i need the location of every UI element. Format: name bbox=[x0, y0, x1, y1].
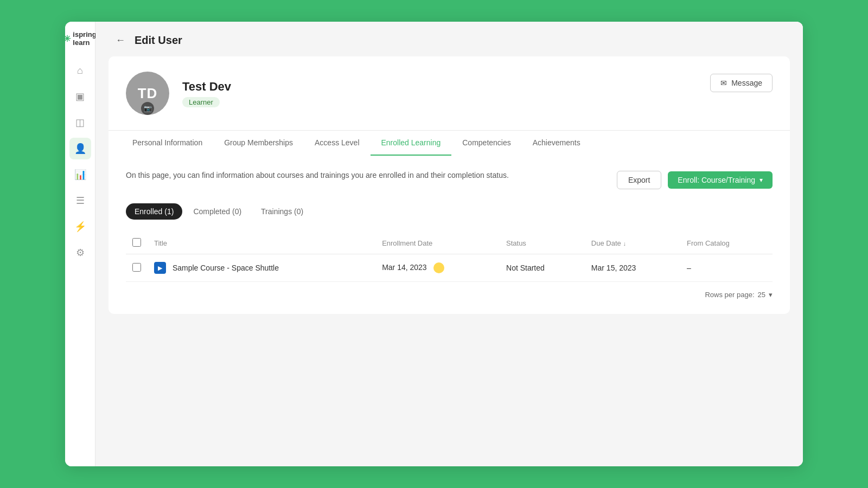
table-row: ▶ Sample Course - Space Shuttle Mar 14, … bbox=[126, 254, 773, 282]
user-role-badge: Learner bbox=[182, 97, 220, 107]
calendar-icon: ◫ bbox=[75, 117, 85, 129]
row-status-cell: Not Started bbox=[500, 254, 585, 282]
sidebar-item-reports[interactable]: 📊 bbox=[69, 164, 91, 185]
col-status: Status bbox=[500, 233, 585, 254]
row-title-cell: ▶ Sample Course - Space Shuttle bbox=[148, 254, 375, 282]
sub-tab-completed[interactable]: Completed (0) bbox=[184, 203, 250, 220]
rows-per-page-label: Rows per page: bbox=[705, 291, 754, 299]
tab-group-memberships[interactable]: Group Memberships bbox=[213, 131, 304, 156]
tasks-icon: ☰ bbox=[76, 195, 85, 207]
tabs-bar: Personal Information Group Memberships A… bbox=[108, 130, 790, 156]
avatar-container: TD 📷 bbox=[126, 72, 169, 115]
row-enrollment-date-cell: Mar 14, 2023 bbox=[375, 254, 500, 282]
table-body: ▶ Sample Course - Space Shuttle Mar 14, … bbox=[126, 254, 773, 282]
row-checkbox-cell bbox=[126, 254, 148, 282]
reports-icon: 📊 bbox=[74, 169, 86, 181]
export-button[interactable]: Export bbox=[617, 171, 661, 189]
enroll-button-label: Enroll: Course/Training bbox=[678, 176, 755, 184]
back-button[interactable]: ← bbox=[113, 33, 128, 48]
rows-per-page-value: 25 bbox=[758, 291, 765, 299]
main-card: TD 📷 Test Dev Learner ✉ Message Personal… bbox=[108, 56, 790, 314]
sub-tab-trainings[interactable]: Trainings (0) bbox=[252, 203, 312, 220]
sub-tab-enrolled[interactable]: Enrolled (1) bbox=[126, 203, 182, 220]
user-profile: TD 📷 Test Dev Learner ✉ Message bbox=[108, 56, 790, 130]
table-header-row: Title Enrollment Date Status Due Date ↓ … bbox=[126, 233, 773, 254]
enroll-button[interactable]: Enroll: Course/Training ▾ bbox=[668, 171, 773, 189]
sidebar-item-automation[interactable]: ⚡ bbox=[69, 216, 91, 237]
app-logo: ✳ispring learn bbox=[65, 30, 97, 47]
settings-icon: ⚙ bbox=[76, 247, 85, 259]
col-title: Title bbox=[148, 233, 375, 254]
sidebar-item-home[interactable]: ⌂ bbox=[69, 60, 91, 81]
message-button[interactable]: ✉ Message bbox=[710, 74, 773, 92]
rows-per-page-chevron-icon: ▾ bbox=[769, 291, 773, 299]
sort-icon: ↓ bbox=[623, 240, 626, 247]
row-from-catalog-cell: – bbox=[680, 254, 773, 282]
sidebar-item-courses[interactable]: ▣ bbox=[69, 86, 91, 107]
table-footer: Rows per page: 25 ▾ bbox=[126, 282, 773, 299]
page-description: On this page, you can find information a… bbox=[126, 171, 509, 179]
avatar-camera-button[interactable]: 📷 bbox=[141, 102, 154, 115]
sub-tabs: Enrolled (1) Completed (0) Trainings (0) bbox=[126, 203, 773, 220]
action-buttons: Export Enroll: Course/Training ▾ bbox=[617, 171, 773, 189]
tab-personal-information[interactable]: Personal Information bbox=[122, 131, 213, 156]
home-icon: ⌂ bbox=[77, 65, 83, 76]
row-due-date-cell: Mar 15, 2023 bbox=[585, 254, 680, 282]
enrollment-date: Mar 14, 2023 bbox=[382, 263, 427, 272]
sidebar-item-users[interactable]: 👤 bbox=[69, 138, 91, 159]
enroll-chevron-icon: ▾ bbox=[760, 176, 763, 184]
sidebar-item-calendar[interactable]: ◫ bbox=[69, 112, 91, 133]
sidebar-item-tasks[interactable]: ☰ bbox=[69, 190, 91, 211]
courses-icon: ▣ bbox=[75, 91, 85, 102]
main-content: ← Edit User TD 📷 Test Dev Learner ✉ Mess… bbox=[95, 22, 803, 466]
users-icon: 👤 bbox=[74, 143, 86, 155]
tab-enrolled-learning[interactable]: Enrolled Learning bbox=[371, 131, 452, 156]
row-checkbox[interactable] bbox=[132, 263, 141, 272]
table-head: Title Enrollment Date Status Due Date ↓ … bbox=[126, 233, 773, 254]
col-from-catalog: From Catalog bbox=[680, 233, 773, 254]
sidebar: ✳ispring learn ⌂ ▣ ◫ 👤 📊 ☰ ⚡ ⚙ bbox=[65, 22, 95, 466]
top-actions: On this page, you can find information a… bbox=[126, 171, 773, 192]
app-window: ✳ispring learn ⌂ ▣ ◫ 👤 📊 ☰ ⚡ ⚙ ← Edit bbox=[65, 22, 803, 466]
sidebar-item-settings[interactable]: ⚙ bbox=[69, 242, 91, 264]
select-all-header bbox=[126, 233, 148, 254]
user-info: Test Dev Learner bbox=[182, 80, 773, 107]
tab-achievements[interactable]: Achievements bbox=[522, 131, 591, 156]
col-due-date[interactable]: Due Date ↓ bbox=[585, 233, 680, 254]
page-title: Edit User bbox=[135, 34, 182, 47]
course-name[interactable]: Sample Course - Space Shuttle bbox=[173, 264, 279, 272]
message-icon: ✉ bbox=[720, 79, 727, 87]
page-header: ← Edit User bbox=[95, 22, 803, 56]
due-date-label: Due Date bbox=[591, 239, 621, 247]
cursor-indicator bbox=[433, 262, 444, 273]
tab-competencies[interactable]: Competencies bbox=[451, 131, 522, 156]
col-enrollment-date: Enrollment Date bbox=[375, 233, 500, 254]
content-section: On this page, you can find information a… bbox=[108, 156, 790, 314]
automation-icon: ⚡ bbox=[74, 221, 86, 233]
tab-access-level[interactable]: Access Level bbox=[304, 131, 370, 156]
rows-per-page-selector[interactable]: Rows per page: 25 ▾ bbox=[705, 291, 773, 299]
user-name: Test Dev bbox=[182, 80, 773, 94]
course-icon: ▶ bbox=[154, 262, 166, 274]
message-button-label: Message bbox=[731, 79, 762, 87]
select-all-checkbox[interactable] bbox=[132, 238, 141, 247]
enrolled-table: Title Enrollment Date Status Due Date ↓ … bbox=[126, 233, 773, 282]
